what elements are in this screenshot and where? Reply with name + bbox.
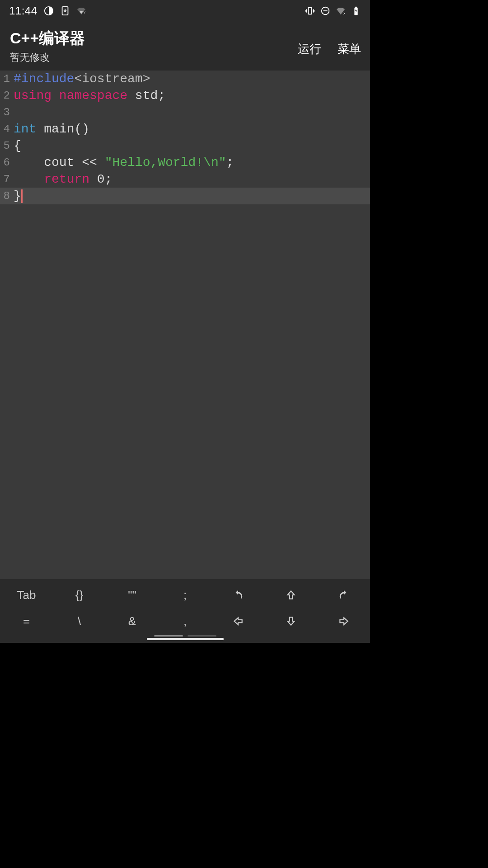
- svg-rect-8: [355, 7, 357, 8]
- code-line[interactable]: 4int main(): [0, 121, 370, 137]
- code-line[interactable]: 8}: [0, 188, 370, 204]
- line-number: 4: [0, 121, 12, 137]
- app-header: C++编译器 暂无修改 运行 菜单: [0, 22, 370, 71]
- symbol-key[interactable]: "": [106, 582, 159, 608]
- code-editor[interactable]: 1#include<iostream>2using namespace std;…: [0, 71, 370, 579]
- line-number: 1: [0, 71, 12, 87]
- nav-handle[interactable]: [147, 638, 224, 640]
- code-text[interactable]: return 0;: [12, 171, 112, 188]
- code-text[interactable]: cout << "Hello,World!\n";: [12, 154, 234, 171]
- code-text[interactable]: }: [12, 188, 23, 204]
- wifi-weak-icon: ?: [76, 6, 86, 16]
- symbol-key[interactable]: Tab: [0, 582, 53, 608]
- battery-charging-icon: [351, 6, 361, 16]
- code-line[interactable]: 5{: [0, 137, 370, 154]
- line-number: 5: [0, 137, 12, 154]
- app-title: C++编译器: [10, 28, 85, 49]
- arrow-right-icon[interactable]: [317, 608, 370, 634]
- line-number: 6: [0, 154, 12, 171]
- clock: 11:44: [9, 5, 38, 17]
- symbol-key[interactable]: &: [106, 608, 159, 634]
- header-title-group: C++编译器 暂无修改: [10, 28, 85, 64]
- line-number: 3: [0, 104, 12, 121]
- code-text[interactable]: {: [12, 137, 21, 154]
- code-line[interactable]: 7 return 0;: [0, 171, 370, 188]
- dnd-icon: [320, 6, 330, 16]
- app-subtitle: 暂无修改: [10, 51, 85, 64]
- symbol-toolbar: Tab{}""; =\&,: [0, 579, 370, 643]
- code-line[interactable]: 6 cout << "Hello,World!\n";: [0, 154, 370, 171]
- code-line[interactable]: 2using namespace std;: [0, 87, 370, 104]
- contrast-icon: [44, 6, 54, 16]
- symbol-key[interactable]: ,: [159, 608, 211, 634]
- download-icon: [60, 6, 70, 16]
- toolbar-page-indicator: [0, 635, 370, 637]
- vibrate-icon: [305, 6, 315, 16]
- svg-text:×: ×: [343, 11, 346, 16]
- code-text[interactable]: #include<iostream>: [12, 71, 150, 87]
- undo-icon[interactable]: [211, 582, 264, 608]
- status-bar: 11:44 ? ×: [0, 0, 370, 22]
- symbol-key[interactable]: =: [0, 608, 53, 634]
- code-text[interactable]: using namespace std;: [12, 87, 165, 104]
- code-line[interactable]: 3: [0, 104, 370, 121]
- line-number: 2: [0, 87, 12, 104]
- line-number: 8: [0, 188, 12, 204]
- status-left: 11:44 ?: [9, 5, 86, 17]
- menu-button[interactable]: 菜单: [338, 41, 361, 57]
- arrow-down-icon[interactable]: [264, 608, 317, 634]
- svg-text:?: ?: [83, 10, 85, 14]
- line-number: 7: [0, 171, 12, 188]
- symbol-key[interactable]: {}: [53, 582, 106, 608]
- svg-rect-3: [308, 8, 311, 14]
- redo-icon[interactable]: [317, 582, 370, 608]
- wifi-off-icon: ×: [336, 6, 346, 16]
- arrow-up-icon[interactable]: [264, 582, 317, 608]
- code-text[interactable]: int main(): [12, 121, 89, 137]
- status-right: ×: [305, 6, 361, 16]
- text-cursor: [21, 189, 23, 203]
- run-button[interactable]: 运行: [298, 41, 321, 57]
- header-actions: 运行 菜单: [298, 41, 361, 64]
- symbol-key[interactable]: \: [53, 608, 106, 634]
- code-line[interactable]: 1#include<iostream>: [0, 71, 370, 87]
- symbol-key[interactable]: ;: [159, 582, 211, 608]
- arrow-left-icon[interactable]: [211, 608, 264, 634]
